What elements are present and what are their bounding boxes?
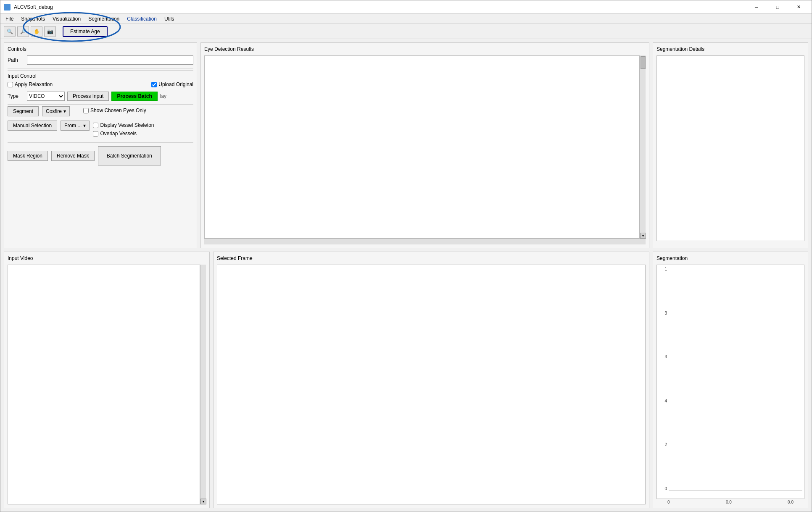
- close-button[interactable]: ✕: [789, 0, 808, 14]
- selected-frame-panel: Selected Frame: [213, 252, 649, 508]
- y-axis: 1 3 3 4 2 0: [658, 267, 667, 491]
- zoom-out-button[interactable]: 🔍: [17, 26, 29, 37]
- eye-detection-scrollbar-h[interactable]: [204, 239, 646, 244]
- type-select[interactable]: VIDEO IMAGE: [27, 92, 65, 101]
- path-row: Path: [8, 55, 193, 65]
- main-content: Controls Path Input Control Apply Relaxa…: [0, 39, 812, 512]
- pan-button[interactable]: ✋: [31, 26, 42, 37]
- zoom-in-button[interactable]: 🔍: [4, 26, 16, 37]
- scrollbar-down-arrow[interactable]: ▾: [640, 233, 646, 239]
- bottom-buttons-row: Mask Region Remove Mask Batch Segmentati…: [8, 146, 193, 165]
- title-bar-left: ALCVSoft_debug: [4, 4, 53, 11]
- manual-selection-row: Manual Selection From ... ▾ Display Vess…: [8, 121, 193, 138]
- menu-item-file[interactable]: File: [2, 15, 17, 23]
- y-label-1: 1: [664, 267, 667, 271]
- chart-content: [668, 265, 804, 499]
- estimate-age-button[interactable]: Estimate Age: [63, 26, 108, 37]
- input-control-title: Input Control: [8, 70, 193, 79]
- display-label: lay: [160, 93, 166, 99]
- from-button[interactable]: From ... ▾: [61, 121, 90, 131]
- menu-bar: File Snapshots Visualization Segmentatio…: [0, 14, 812, 24]
- show-chosen-eyes-checkbox[interactable]: [83, 108, 89, 113]
- display-vessel-label: Display Vessel Skeleton: [100, 122, 154, 128]
- type-row: Type VIDEO IMAGE Process Input Process B…: [8, 92, 193, 101]
- x-axis-line: [669, 491, 802, 491]
- menu-item-visualization[interactable]: Visualization: [49, 15, 84, 23]
- input-video-scroll: ▾: [8, 265, 206, 504]
- input-video-scroll-down[interactable]: ▾: [200, 499, 206, 504]
- segmentation-details-panel: Segmentation Details: [653, 42, 808, 248]
- y-label-4: 4: [664, 399, 667, 403]
- eye-detection-inner: ▾: [204, 55, 646, 239]
- input-video-canvas: [8, 265, 200, 504]
- cosfire-button[interactable]: Cosfire ▾: [42, 106, 70, 116]
- x-axis-labels: 0 0.0 0.0: [656, 499, 804, 504]
- input-video-title: Input Video: [8, 255, 206, 261]
- x-label-mid: 0.0: [726, 500, 732, 504]
- process-input-button[interactable]: Process Input: [67, 92, 109, 101]
- controls-title: Controls: [8, 46, 193, 52]
- upload-original-label: Upload Original: [158, 81, 193, 87]
- type-label: Type: [8, 93, 24, 99]
- show-chosen-eyes-label: Show Chosen Eyes Only: [90, 108, 146, 113]
- checkbox-top-row: Apply Relaxation Upload Original: [8, 81, 193, 89]
- input-video-scrollbar[interactable]: ▾: [200, 265, 206, 504]
- estimate-age-area: Estimate Age: [59, 26, 108, 37]
- eye-detection-scrollbar-v[interactable]: ▾: [640, 55, 646, 239]
- segmentation-details-canvas: [656, 55, 804, 241]
- path-input[interactable]: [27, 55, 193, 65]
- cosfire-label: Cosfire: [46, 108, 62, 114]
- upload-original-checkbox[interactable]: [151, 82, 157, 87]
- apply-relaxation-row: Apply Relaxation: [8, 81, 53, 87]
- cosfire-arrow: ▾: [63, 108, 66, 114]
- remove-mask-button[interactable]: Remove Mask: [51, 151, 95, 161]
- manual-selection-button[interactable]: Manual Selection: [8, 121, 57, 131]
- window-title: ALCVSoft_debug: [14, 4, 53, 10]
- y-label-5: 2: [664, 442, 667, 447]
- snapshot-icon: 📷: [47, 29, 53, 34]
- apply-relaxation-checkbox[interactable]: [8, 82, 13, 87]
- process-batch-button[interactable]: Process Batch: [111, 92, 157, 101]
- toolbar: 🔍 🔍 ✋ 📷 Estimate Age: [0, 24, 812, 39]
- input-video-panel: Input Video ▾: [4, 252, 210, 508]
- eye-detection-panel: Eye Detection Results ▾: [200, 42, 649, 248]
- y-label-6: 0: [664, 486, 667, 491]
- from-label: From ...: [64, 123, 82, 129]
- show-chosen-eyes-row: Show Chosen Eyes Only: [83, 108, 146, 113]
- segment-row: Segment Cosfire ▾ Show Chosen Eyes Only: [8, 106, 193, 116]
- top-row: Controls Path Input Control Apply Relaxa…: [4, 42, 808, 248]
- segmentation-chart: 1 3 3 4 2 0: [656, 265, 804, 499]
- segmentation-details-title: Segmentation Details: [656, 46, 804, 52]
- from-dropdown: From ... ▾: [61, 121, 90, 131]
- segmentation-panel: Segmentation 1 3 3 4 2 0: [653, 252, 808, 508]
- menu-item-utils[interactable]: Utils: [161, 15, 177, 23]
- segmentation-title: Segmentation: [656, 255, 804, 261]
- eye-detection-canvas: [204, 55, 640, 239]
- overlap-vessels-row: Overlap Vessels: [93, 131, 154, 137]
- from-arrow: ▾: [83, 123, 86, 129]
- y-label-3: 3: [664, 354, 667, 359]
- overlap-vessels-checkbox[interactable]: [93, 131, 98, 137]
- menu-item-classification[interactable]: Classification: [124, 15, 160, 23]
- upload-original-row: Upload Original: [151, 81, 193, 87]
- batch-segmentation-button[interactable]: Batch Segmentation: [98, 146, 161, 165]
- menu-item-segmentation[interactable]: Segmentation: [85, 15, 123, 23]
- segment-button[interactable]: Segment: [8, 106, 39, 116]
- vessel-checkboxes: Display Vessel Skeleton Overlap Vessels: [93, 122, 154, 138]
- scrollbar-thumb[interactable]: [641, 56, 646, 69]
- overlap-vessels-label: Overlap Vessels: [100, 131, 137, 137]
- maximize-button[interactable]: □: [768, 0, 787, 14]
- minimize-button[interactable]: ─: [747, 0, 766, 14]
- eye-detection-title: Eye Detection Results: [204, 46, 646, 52]
- snapshot-button[interactable]: 📷: [44, 26, 56, 37]
- controls-panel: Controls Path Input Control Apply Relaxa…: [4, 42, 197, 248]
- app-icon: [4, 4, 11, 11]
- display-vessel-row: Display Vessel Skeleton: [93, 122, 154, 128]
- zoom-out-icon: 🔍: [20, 29, 26, 34]
- path-label: Path: [8, 57, 24, 63]
- mask-region-button[interactable]: Mask Region: [8, 151, 48, 161]
- apply-relaxation-label: Apply Relaxation: [15, 81, 53, 87]
- display-vessel-checkbox[interactable]: [93, 123, 98, 128]
- bottom-row: Input Video ▾ Selected Frame Segmentatio…: [4, 252, 808, 508]
- menu-item-snapshots[interactable]: Snapshots: [18, 15, 48, 23]
